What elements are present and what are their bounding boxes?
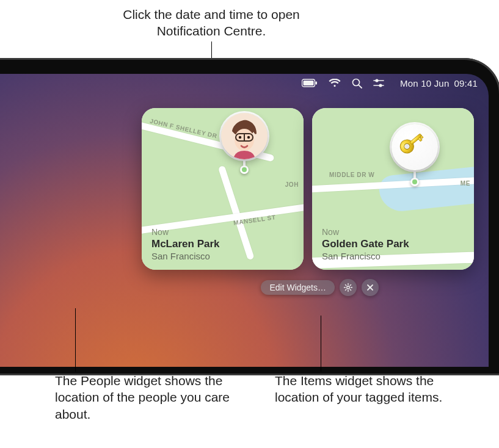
callout-leader	[211, 42, 212, 59]
svg-line-27	[345, 284, 346, 285]
widget-text: Now Golden Gate Park San Francisco	[322, 227, 409, 261]
close-widgets-button[interactable]	[362, 279, 379, 296]
svg-line-28	[350, 289, 351, 290]
widget-text: Now McLaren Park San Francisco	[151, 227, 220, 261]
svg-line-4	[359, 85, 362, 88]
widget-city: San Francisco	[151, 251, 220, 261]
widget-timestamp: Now	[151, 227, 220, 237]
widget-city: San Francisco	[322, 251, 409, 261]
map-road-label: Middle Dr W	[329, 172, 374, 178]
svg-line-30	[345, 289, 346, 290]
callout-leader	[75, 308, 76, 372]
wifi-icon[interactable]	[329, 79, 341, 87]
callout-leader	[321, 316, 321, 372]
svg-point-6	[375, 79, 378, 82]
widget-controls: Edit Widgets…	[261, 279, 379, 296]
edit-widgets-button[interactable]: Edit Widgets…	[261, 280, 335, 295]
callout-datetime: Click the date and time to open Notifica…	[101, 6, 321, 40]
callout-items-widget: The Items widget shows the location of y…	[275, 372, 464, 406]
svg-rect-1	[304, 81, 314, 85]
svg-point-8	[379, 84, 382, 87]
menubar-time: 09:41	[454, 78, 478, 89]
svg-point-13	[239, 136, 241, 139]
svg-point-22	[347, 286, 349, 289]
menubar-date: Mon 10 Jun	[400, 78, 449, 89]
person-avatar-icon	[221, 113, 268, 159]
spotlight-icon[interactable]	[352, 78, 362, 89]
svg-line-29	[350, 284, 351, 285]
control-centre-icon[interactable]	[373, 78, 384, 88]
device-screen: Mon 10 Jun09:41 John F Shelley Dr Joh Ma…	[0, 74, 489, 367]
menu-bar: Mon 10 Jun09:41	[0, 74, 489, 92]
callout-people-widget: The People widget shows the location of …	[55, 372, 241, 422]
item-key-icon	[392, 124, 438, 170]
map-road-label: Joh	[285, 181, 299, 188]
map-road-label: Me	[461, 180, 470, 187]
menubar-datetime[interactable]: Mon 10 Jun09:41	[395, 78, 478, 89]
battery-icon[interactable]	[302, 79, 318, 87]
find-my-people-widget[interactable]: John F Shelley Dr Joh Mansell St	[142, 108, 304, 270]
find-my-items-widget[interactable]: Middle Dr W Me	[312, 108, 474, 270]
svg-point-14	[247, 136, 250, 139]
widget-settings-button[interactable]	[340, 279, 357, 296]
notification-centre-widgets: John F Shelley Dr Joh Mansell St	[142, 108, 474, 270]
widget-timestamp: Now	[322, 227, 409, 237]
widget-place-name: Golden Gate Park	[322, 238, 409, 250]
svg-rect-2	[316, 82, 318, 85]
widget-place-name: McLaren Park	[151, 238, 220, 250]
location-pin	[408, 169, 421, 182]
